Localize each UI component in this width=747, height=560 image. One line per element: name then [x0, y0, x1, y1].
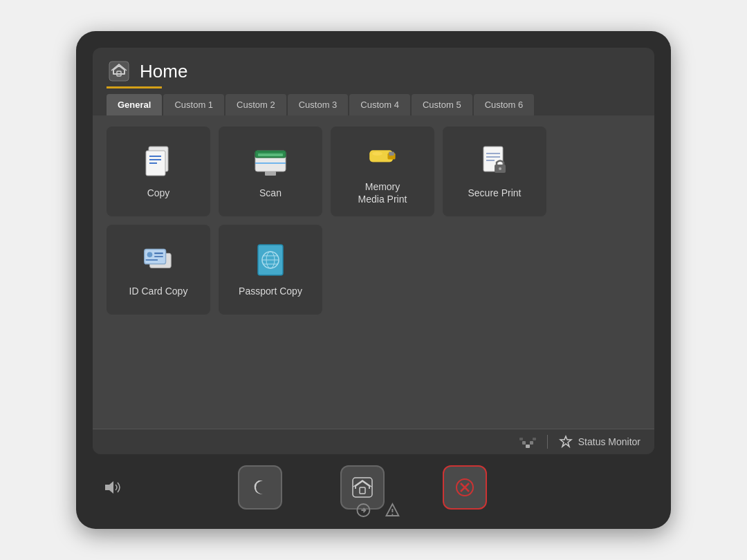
id-card-copy-icon	[140, 242, 176, 278]
small-bottom-icons	[356, 503, 400, 518]
memory-media-print-label: MemoryMedia Print	[358, 180, 407, 205]
tile-secure-print[interactable]: Secure Print	[443, 127, 546, 216]
svg-point-22	[499, 167, 501, 170]
arrow-icon	[356, 503, 371, 518]
network-icon	[519, 435, 536, 449]
svg-rect-35	[526, 445, 530, 448]
main-grid: Copy Scan	[93, 115, 654, 429]
status-bar: Status Monitor	[93, 429, 654, 454]
passport-copy-label: Passport Copy	[239, 285, 302, 297]
memory-media-print-icon	[365, 138, 400, 174]
screen: Home General Custom 1 Custom 2 Custom 3 …	[93, 48, 654, 454]
copy-label: Copy	[147, 187, 170, 199]
sleep-button[interactable]	[238, 465, 282, 510]
id-card-copy-label: ID Card Copy	[129, 285, 188, 297]
volume-icon-area	[104, 479, 123, 496]
tab-general[interactable]: General	[107, 94, 162, 115]
tab-custom1[interactable]: Custom 1	[163, 94, 224, 115]
tab-custom4[interactable]: Custom 4	[349, 94, 410, 115]
copy-icon	[140, 144, 176, 180]
grid-row-2: ID Card Copy	[107, 225, 640, 315]
svg-rect-39	[533, 438, 536, 440]
home-header-icon	[107, 59, 131, 84]
stop-button[interactable]	[443, 465, 487, 510]
page-title: Home	[140, 61, 187, 82]
svg-point-25	[147, 252, 153, 257]
svg-point-47	[391, 514, 393, 515]
scan-label: Scan	[259, 187, 282, 199]
svg-marker-41	[105, 481, 113, 494]
scan-icon	[252, 144, 288, 180]
tile-copy[interactable]: Copy	[107, 127, 210, 216]
status-divider	[547, 435, 548, 449]
tile-id-card-copy[interactable]: ID Card Copy	[107, 225, 210, 315]
svg-rect-43	[360, 487, 365, 494]
warning-icon	[385, 503, 400, 518]
status-monitor-button[interactable]: Status Monitor	[559, 435, 640, 449]
tab-custom6[interactable]: Custom 6	[474, 94, 535, 115]
tile-memory-media-print[interactable]: MemoryMedia Print	[331, 127, 434, 216]
svg-rect-15	[389, 151, 394, 156]
tabs-container: General Custom 1 Custom 2 Custom 3 Custo…	[93, 94, 654, 115]
svg-rect-9	[258, 153, 283, 156]
tab-custom3[interactable]: Custom 3	[288, 94, 349, 115]
svg-rect-11	[265, 171, 276, 176]
header: Home	[93, 48, 654, 84]
bottom-bar	[93, 463, 654, 512]
secure-print-label: Secure Print	[468, 187, 521, 199]
tab-custom2[interactable]: Custom 2	[225, 94, 286, 115]
svg-point-16	[372, 151, 382, 156]
status-monitor-label: Status Monitor	[578, 436, 640, 447]
tab-custom5[interactable]: Custom 5	[412, 94, 472, 115]
grid-row-1: Copy Scan	[107, 127, 640, 216]
title-underline	[107, 86, 162, 88]
tile-passport-copy[interactable]: Passport Copy	[219, 225, 322, 315]
secure-print-icon	[477, 144, 513, 180]
svg-rect-37	[530, 441, 533, 445]
tile-scan[interactable]: Scan	[219, 127, 322, 216]
passport-copy-icon	[252, 242, 288, 278]
svg-rect-36	[522, 441, 526, 445]
svg-marker-40	[560, 436, 571, 447]
svg-rect-38	[519, 438, 523, 440]
device-body: Home General Custom 1 Custom 2 Custom 3 …	[76, 31, 671, 529]
